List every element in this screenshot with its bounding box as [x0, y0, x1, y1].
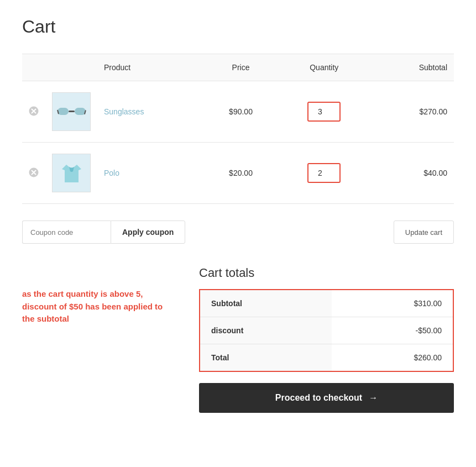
polo-product-link[interactable]: Polo — [104, 169, 119, 177]
subtotal-value: $310.00 — [332, 290, 453, 317]
polo-quantity-input[interactable] — [307, 163, 341, 183]
discount-row: discount -$50.00 — [200, 317, 453, 344]
remove-polo-button[interactable] — [29, 167, 39, 179]
sunglasses-subtotal: $270.00 — [370, 81, 454, 143]
coupon-row: Apply coupon Update cart — [22, 215, 454, 249]
apply-coupon-button[interactable]: Apply coupon — [111, 221, 185, 244]
col-quantity-header: Quantity — [278, 54, 370, 81]
total-row: Total $260.00 — [200, 344, 453, 372]
total-value: $260.00 — [332, 344, 453, 372]
discount-label: discount — [200, 317, 332, 344]
table-row: Polo $20.00 $40.00 — [22, 143, 454, 204]
col-remove-header — [22, 54, 45, 81]
checkout-arrow-icon: → — [369, 393, 378, 403]
sunglasses-price: $90.00 — [204, 81, 278, 143]
polo-thumbnail — [52, 154, 91, 192]
svg-rect-3 — [57, 108, 69, 115]
col-product-header: Product — [97, 54, 204, 81]
cart-bottom: as the cart quantity is above 5, discoun… — [22, 266, 454, 413]
annotation-block: as the cart quantity is above 5, discoun… — [22, 266, 177, 326]
table-row: Sunglasses $90.00 $270.00 — [22, 81, 454, 143]
checkout-btn-label: Proceed to checkout — [275, 393, 362, 403]
sunglasses-thumbnail — [52, 92, 91, 131]
svg-rect-5 — [69, 111, 75, 112]
total-label: Total — [200, 344, 332, 372]
remove-sunglasses-button[interactable] — [29, 106, 39, 118]
totals-table: Subtotal $310.00 discount -$50.00 Total … — [199, 289, 454, 372]
sunglasses-product-link[interactable]: Sunglasses — [104, 107, 144, 116]
coupon-input[interactable] — [22, 221, 111, 244]
cart-table: Product Price Quantity Subtotal — [22, 54, 454, 204]
page-title: Cart — [22, 17, 454, 37]
coupon-left: Apply coupon — [22, 221, 185, 244]
annotation-text: as the cart quantity is above 5, discoun… — [22, 288, 177, 326]
polo-subtotal: $40.00 — [370, 143, 454, 204]
sunglasses-quantity-input[interactable] — [307, 102, 341, 122]
col-subtotal-header: Subtotal — [370, 54, 454, 81]
col-price-header: Price — [204, 54, 278, 81]
polo-price: $20.00 — [204, 143, 278, 204]
cart-totals-section: Cart totals Subtotal $310.00 discount -$… — [199, 266, 454, 413]
svg-rect-4 — [75, 108, 86, 115]
proceed-to-checkout-button[interactable]: Proceed to checkout → — [199, 383, 454, 413]
update-cart-button[interactable]: Update cart — [394, 221, 454, 244]
cart-totals-title: Cart totals — [199, 266, 454, 280]
col-thumb-header — [45, 54, 97, 81]
subtotal-label: Subtotal — [200, 290, 332, 317]
subtotal-row: Subtotal $310.00 — [200, 290, 453, 317]
discount-value: -$50.00 — [332, 317, 453, 344]
checkout-btn-row: Proceed to checkout → — [199, 383, 454, 413]
